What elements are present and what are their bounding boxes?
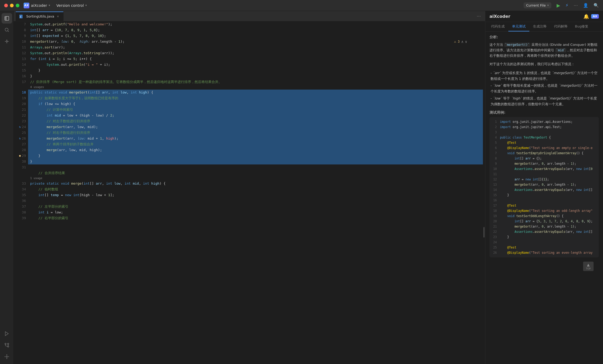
- code-block-line-24: 24: [492, 240, 597, 245]
- code-block-line-1: 1 import org.junit.jupiter.api.Assertion…: [492, 119, 597, 124]
- editor-area: J SortingUtils.java × ⋯ 7 8 9 10 11 12 1…: [14, 11, 485, 364]
- code-line-14: System.out.println("i = " + i);: [28, 62, 483, 68]
- code-content[interactable]: System.out.printf("Hello and welcome!");…: [28, 21, 483, 364]
- code-line-29: }: [28, 153, 483, 159]
- tab-more-button[interactable]: ⋯: [475, 14, 483, 19]
- sidebar-item-extensions[interactable]: [2, 36, 12, 47]
- code-line-8: int[] arr = {10, 7, 8, 9, 1, 5,8};: [28, 27, 483, 33]
- right-panel-header: aiXcoder 🔔 AX: [485, 11, 603, 22]
- tab-code-explain[interactable]: 代码解释: [550, 22, 571, 31]
- app-name-section[interactable]: AX aiXcoder ▾: [24, 3, 50, 8]
- svg-rect-0: [5, 16, 9, 20]
- tab-label: SortingUtils.java: [26, 14, 54, 18]
- debug-button[interactable]: ⚡: [566, 3, 568, 8]
- sidebar-item-run[interactable]: [2, 328, 12, 339]
- svg-point-18: [6, 356, 7, 357]
- more-options-button[interactable]: ⋯: [574, 3, 578, 8]
- code-block-line-17: 17 @Test: [492, 203, 597, 208]
- code-block-line-25: 25 @Test: [492, 245, 597, 250]
- tab-close-button[interactable]: ×: [56, 14, 60, 19]
- bullet-item-3: - `low` 等于 `high` 的情况，也就是 `mergeSort()` …: [489, 96, 599, 107]
- version-control-section[interactable]: Version control ▾: [56, 3, 87, 8]
- svg-line-16: [6, 346, 8, 347]
- sidebar-item-git[interactable]: [2, 340, 12, 350]
- code-line-27: // 将两个排序好的子数组合并: [28, 141, 483, 147]
- code-line-20: if (low <= high) {: [28, 101, 483, 107]
- code-line-12: System.out.println(Arrays.toString(arr))…: [28, 50, 483, 56]
- editor-scrollbar[interactable]: [483, 21, 485, 364]
- svg-point-6: [6, 41, 7, 42]
- svg-line-5: [8, 31, 9, 32]
- code-line-28: merge(arr, low, mid, high);: [28, 147, 483, 153]
- titlebar: AX aiXcoder ▾ Version control ▾ Current …: [0, 0, 603, 11]
- app-name-dropdown-icon: ▾: [49, 4, 50, 7]
- code-block-line-18: 18 @DisplayName("Test sorting an odd-len…: [492, 208, 597, 213]
- analysis-paragraph-2: 对于这个方法的边界测试用例，我们可以考虑以下情况：: [489, 62, 599, 67]
- code-line-33: private static void merge(int[] arr, int…: [28, 181, 483, 186]
- search-icon[interactable]: 🔍: [594, 3, 599, 8]
- code-line-18: public static void mergeSort(int[] arr, …: [28, 90, 483, 95]
- current-file-dropdown-icon: ▾: [547, 4, 549, 7]
- code-line-26: mergeSort(arr, low: mid + 1, high);: [28, 136, 483, 141]
- current-file-label: Current File: [526, 3, 546, 7]
- scroll-to-top-button[interactable]: ▲ TOP: [583, 262, 594, 271]
- code-block-line-5: 5 @Test: [492, 140, 597, 145]
- code-line-13: for (int i = 1; i <= 5; i++) {: [28, 56, 483, 62]
- code-block-line-3: 3: [492, 130, 597, 135]
- version-control-dropdown-icon: ▾: [85, 4, 87, 7]
- notification-icon[interactable]: 🔔: [583, 14, 589, 19]
- current-file-button[interactable]: Current File ▾: [524, 2, 551, 8]
- right-panel-content[interactable]: 分析: 这个方法 `mergeSort()` 采用分治法 (Divide and…: [485, 32, 603, 364]
- code-line-39: // 右半部分的索引: [28, 215, 483, 221]
- editor-scrollbar-thumb[interactable]: [483, 227, 484, 238]
- tab-unit-test[interactable]: 单元测试: [508, 22, 529, 31]
- code-line-34: // 临时数组: [28, 186, 483, 192]
- code-line-32: // 合并排序结果: [28, 170, 483, 176]
- app-name-label: aiXcoder: [31, 3, 47, 8]
- code-block-line-10: 10 Assertions.assertArrayEquals(arr, new…: [492, 166, 597, 172]
- code-line-19: // 如果数组长度大于等于1，说明数组已经是有序的: [28, 95, 483, 101]
- maximize-button[interactable]: [16, 4, 19, 7]
- usage-badge-4: 4 usages: [28, 85, 483, 90]
- code-block-line-4: 4 public class TestMergeSort {: [492, 135, 597, 140]
- run-button[interactable]: ▶: [557, 3, 560, 8]
- tab-code-generation[interactable]: 代码生成: [487, 22, 508, 31]
- file-tab-sorting-utils[interactable]: J SortingUtils.java ×: [16, 12, 63, 21]
- version-control-label: Version control: [56, 3, 84, 8]
- tab-generate-comments[interactable]: 生成注释: [529, 22, 550, 31]
- code-line-36: [28, 198, 483, 204]
- svg-marker-11: [5, 332, 8, 336]
- line-numbers: 7 8 9 10 11 12 13 14 15 16 17 18 19 20 2…: [14, 21, 28, 364]
- main-layout: J SortingUtils.java × ⋯ 7 8 9 10 11 12 1…: [0, 11, 603, 364]
- code-line-9: int[] expected = {1, 5, 7, 8, 9, 10};: [28, 33, 483, 39]
- scroll-top-label: TOP: [586, 267, 591, 270]
- sidebar-item-search[interactable]: [2, 25, 12, 35]
- code-block-line-11: 11: [492, 172, 597, 177]
- code-block-line-20: 20 int[] arr = {5, 3, 1, 7, 2, 6, 4, 8, …: [492, 219, 597, 224]
- analysis-label: 分析:: [489, 35, 599, 40]
- tab-bar: J SortingUtils.java × ⋯: [14, 11, 485, 21]
- code-block-line-13: 13 mergeSort(arr, 0, arr.length - 1);: [492, 182, 597, 187]
- close-button[interactable]: [4, 4, 8, 7]
- aixcoder-title: aiXcoder: [489, 14, 583, 19]
- tab-bug-fix[interactable]: Bug修复: [571, 22, 592, 31]
- code-block-line-23: 23 }: [492, 234, 597, 240]
- code-block-line-8: 8 int[] arr = {};: [492, 156, 597, 161]
- sidebar-item-explorer[interactable]: [2, 13, 12, 24]
- code-block-line-2: 2 import org.junit.jupiter.api.Test;: [492, 124, 597, 130]
- code-line-30: }: [28, 159, 483, 164]
- code-line-24: mergeSort(arr, low, mid);: [28, 124, 483, 130]
- analysis-paragraph-1: 这个方法 `mergeSort()` 采用分治法 (Divide and Con…: [489, 42, 599, 58]
- titlebar-right: Current File ▾ ▶ ⚡ ⋯ 👤 🔍: [524, 2, 599, 8]
- code-line-15: }: [28, 68, 483, 73]
- sidebar-item-settings[interactable]: [2, 351, 12, 362]
- code-editor[interactable]: 7 8 9 10 11 12 13 14 15 16 17 18 19 20 2…: [14, 21, 485, 364]
- minimize-button[interactable]: [10, 4, 14, 7]
- code-block-line-7: 7 void testSortEmptyOrSingleElementArray…: [492, 151, 597, 156]
- code-line-16: }: [28, 73, 483, 79]
- code-line-7: System.out.printf("Hello and welcome!");: [28, 21, 483, 27]
- user-icon[interactable]: 👤: [583, 3, 588, 8]
- svg-point-13: [7, 346, 9, 347]
- code-line-38: int i = low;: [28, 209, 483, 215]
- scroll-top-arrow-icon: ▲: [587, 263, 590, 267]
